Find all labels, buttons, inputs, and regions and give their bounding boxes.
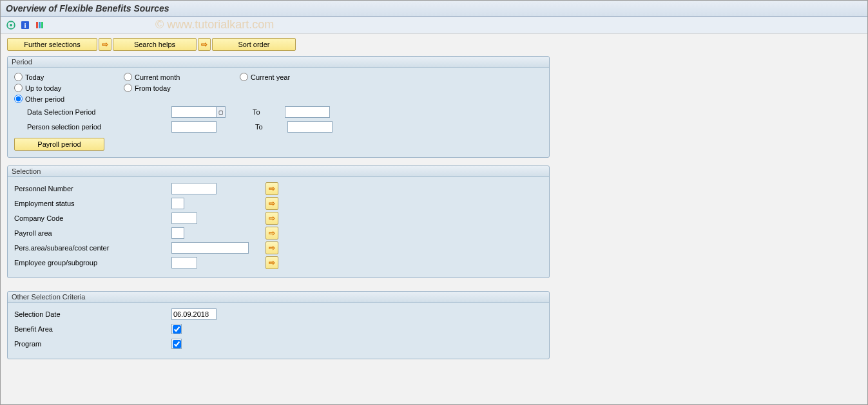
employee-group-input[interactable] bbox=[171, 257, 197, 268]
selection-group-title: Selection bbox=[8, 166, 549, 177]
payroll-period-button[interactable]: Payroll period bbox=[14, 138, 104, 151]
employment-status-input[interactable] bbox=[171, 198, 184, 209]
svg-rect-6 bbox=[41, 22, 43, 28]
arrow-right-icon: ⇨ bbox=[269, 214, 275, 223]
pers-area-multi-button[interactable]: ⇨ bbox=[265, 241, 278, 254]
radio-current-month-label: Current month bbox=[135, 73, 180, 81]
employment-status-multi-button[interactable]: ⇨ bbox=[265, 197, 278, 210]
program-checkbox[interactable] bbox=[173, 340, 181, 348]
personnel-number-multi-button[interactable]: ⇨ bbox=[265, 182, 278, 195]
other-criteria-group: Other Selection Criteria Selection Date … bbox=[7, 291, 550, 359]
selection-date-input[interactable] bbox=[171, 308, 217, 320]
employee-group-label: Employee group/subgroup bbox=[14, 259, 171, 267]
radio-from-today-label: From today bbox=[135, 84, 171, 92]
radio-from-today[interactable]: From today bbox=[124, 84, 240, 92]
search-helps-button[interactable]: Search helps bbox=[113, 38, 197, 51]
payroll-area-label: Payroll area bbox=[14, 229, 171, 237]
toolbar: i © www.tutorialkart.com bbox=[1, 17, 867, 34]
arrow-right-icon: ⇨ bbox=[201, 40, 207, 49]
payroll-area-multi-button[interactable]: ⇨ bbox=[265, 227, 278, 240]
payroll-area-input[interactable] bbox=[171, 227, 184, 239]
search-helps-label: Search helps bbox=[134, 41, 175, 48]
svg-point-1 bbox=[10, 24, 12, 26]
sort-order-button[interactable]: Sort order bbox=[212, 38, 296, 51]
svg-rect-4 bbox=[36, 22, 38, 28]
personnel-number-label: Personnel Number bbox=[14, 185, 171, 193]
other-criteria-group-title: Other Selection Criteria bbox=[8, 292, 549, 303]
action-button-row: Further selections ⇨ Search helps ⇨ Sort… bbox=[1, 34, 867, 53]
selection-group: Selection Personnel Number ⇨ Employment … bbox=[7, 165, 550, 278]
person-selection-from-input[interactable] bbox=[171, 121, 217, 133]
execute-icon[interactable] bbox=[6, 20, 16, 30]
watermark-text: © www.tutorialkart.com bbox=[155, 18, 274, 32]
further-selections-label: Further selections bbox=[24, 41, 80, 48]
company-code-label: Company Code bbox=[14, 214, 171, 222]
data-selection-period-label: Data Selection Period bbox=[14, 108, 171, 116]
svg-rect-5 bbox=[39, 22, 41, 28]
company-code-input[interactable] bbox=[171, 212, 197, 224]
search-helps-arrow-button[interactable]: ⇨ bbox=[99, 38, 111, 51]
radio-current-year-label: Current year bbox=[251, 73, 290, 81]
svg-text:i: i bbox=[24, 21, 26, 29]
pers-area-input[interactable] bbox=[171, 242, 249, 254]
radio-current-year[interactable]: Current year bbox=[240, 73, 343, 81]
company-code-multi-button[interactable]: ⇨ bbox=[265, 212, 278, 225]
data-selection-from-input[interactable] bbox=[171, 106, 217, 118]
sort-order-label: Sort order bbox=[238, 41, 270, 48]
arrow-right-icon: ⇨ bbox=[102, 40, 108, 49]
page-title: Overview of Flexible Benefits Sources bbox=[6, 3, 169, 14]
selection-date-label: Selection Date bbox=[14, 310, 171, 318]
personnel-number-input[interactable] bbox=[171, 183, 217, 194]
further-selections-button[interactable]: Further selections bbox=[7, 38, 97, 51]
sort-order-arrow-button[interactable]: ⇨ bbox=[198, 38, 211, 51]
radio-up-to-today-label: Up to today bbox=[25, 84, 61, 92]
variant-icon[interactable] bbox=[34, 20, 44, 30]
title-bar: Overview of Flexible Benefits Sources bbox=[1, 1, 867, 17]
pers-area-label: Pers.area/subarea/cost center bbox=[14, 244, 171, 252]
arrow-right-icon: ⇨ bbox=[269, 243, 275, 252]
program-label: Program bbox=[14, 340, 171, 348]
arrow-right-icon: ⇨ bbox=[269, 258, 275, 267]
radio-other-period-label: Other period bbox=[25, 95, 64, 103]
benefit-area-label: Benefit Area bbox=[14, 325, 171, 333]
radio-other-period[interactable]: Other period bbox=[14, 95, 124, 103]
arrow-right-icon: ⇨ bbox=[269, 199, 275, 208]
payroll-period-label: Payroll period bbox=[37, 140, 81, 148]
arrow-right-icon: ⇨ bbox=[269, 229, 275, 238]
radio-current-month[interactable]: Current month bbox=[124, 73, 240, 81]
employment-status-label: Employment status bbox=[14, 200, 171, 207]
to-label-2: To bbox=[255, 123, 287, 131]
benefit-area-checkbox[interactable] bbox=[173, 325, 181, 334]
f4-help-icon[interactable]: ▢ bbox=[217, 106, 226, 118]
info-icon[interactable]: i bbox=[20, 20, 30, 30]
period-group-title: Period bbox=[8, 57, 549, 68]
arrow-right-icon: ⇨ bbox=[269, 184, 275, 193]
to-label-1: To bbox=[253, 108, 285, 116]
radio-today[interactable]: Today bbox=[14, 73, 124, 81]
radio-up-to-today[interactable]: Up to today bbox=[14, 84, 124, 92]
period-group: Period Today Current month Current year … bbox=[7, 56, 550, 158]
person-selection-period-label: Person selection period bbox=[14, 123, 171, 131]
data-selection-to-input[interactable] bbox=[285, 106, 330, 118]
person-selection-to-input[interactable] bbox=[287, 121, 333, 133]
radio-today-label: Today bbox=[25, 73, 44, 81]
employee-group-multi-button[interactable]: ⇨ bbox=[265, 256, 278, 269]
